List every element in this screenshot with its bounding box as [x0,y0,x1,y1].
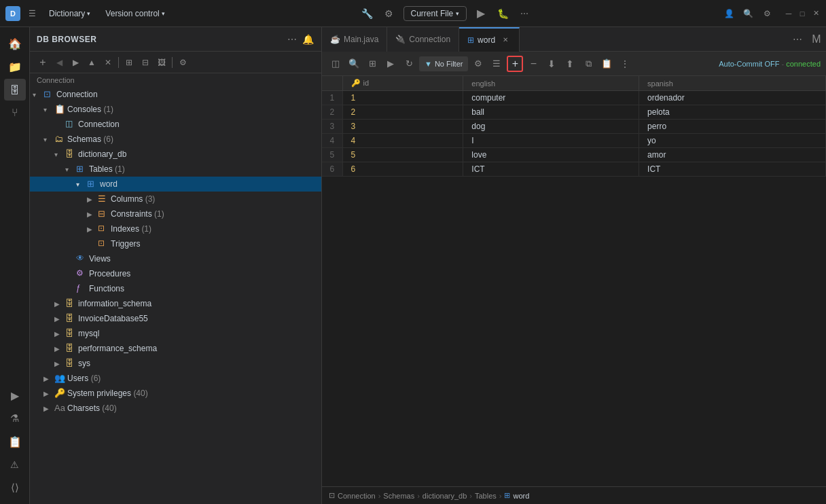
tab-word[interactable]: ⊞ word ✕ [459,27,520,52]
cell-english[interactable]: dog [463,120,639,134]
data-copy-icon[interactable]: ⧉ [580,56,596,72]
filter-dropdown[interactable]: ▼ No Filter [419,56,468,71]
db-schema-icon-btn[interactable]: ⊞ [122,55,137,70]
data-more-icon[interactable]: ⋮ [617,56,633,72]
app-menu-version-control[interactable]: Version control ▾ [100,6,170,21]
cell-spanish[interactable]: perro [639,120,826,134]
breadcrumb-item-connection[interactable]: Connection [338,492,376,500]
tree-item-invoicedatabase55[interactable]: ▶ 🗄 InvoiceDatabase55 [30,311,321,326]
table-row[interactable]: 1 1 computer ordenador [322,91,826,105]
db-collapse-button[interactable]: ✕ [101,55,115,70]
activity-project-icon[interactable]: 🏠 [4,33,26,54]
data-grid-icon[interactable]: ⊞ [364,56,380,72]
tree-item-schemas[interactable]: ▾ 🗂 Schemas (6) [30,132,321,147]
tree-item-connection-root[interactable]: ▾ ⊡ Connection [30,87,321,102]
breadcrumb-item-dictionary-db[interactable]: dictionary_db [423,492,467,500]
tree-item-constraints[interactable]: ▶ ⊟ Constraints (1) [30,206,321,221]
app-menu-dictionary[interactable]: Dictionary ▾ [43,6,96,21]
db-browser-notification-icon[interactable]: 🔔 [301,33,315,46]
table-row[interactable]: 4 4 I yo [322,134,826,148]
db-forward-button[interactable]: ▶ [68,55,83,70]
window-close-button[interactable]: ✕ [811,9,821,18]
cell-english[interactable]: ICT [463,162,639,177]
tree-item-sys[interactable]: ▶ 🗄 sys [30,356,321,371]
cell-spanish[interactable]: ICT [639,162,826,177]
cell-spanish[interactable]: pelota [639,105,826,120]
breadcrumb-item-tables[interactable]: Tables [475,492,497,500]
current-file-button[interactable]: Current File ▾ [403,6,467,21]
tree-item-word[interactable]: ▾ ⊞ word [30,177,321,192]
cell-id[interactable]: 2 [342,105,463,120]
activity-git3-icon[interactable]: ⟨⟩ [4,477,26,499]
activity-run-icon[interactable]: ▶ [4,384,26,406]
cell-english[interactable]: computer [463,91,639,105]
user-icon[interactable]: 👤 [721,6,736,21]
run-config-icon[interactable]: ⚙ [382,6,397,21]
tree-item-functions[interactable]: ƒ Functions [30,281,321,296]
right-panel-icon[interactable]: M [807,33,826,46]
tree-item-users[interactable]: ▶ 👥 Users (6) [30,371,321,386]
tree-item-system-privileges[interactable]: ▶ 🔑 System privileges (40) [30,386,321,401]
db-image-icon-btn[interactable]: 🖼 [154,55,169,70]
cell-id[interactable]: 4 [342,134,463,148]
tree-item-procedures[interactable]: ⚙ Procedures [30,266,321,281]
db-up-button[interactable]: ▲ [84,55,99,70]
data-minus-icon[interactable]: − [525,56,541,72]
data-refresh-icon[interactable]: ↻ [401,56,417,72]
data-upload-icon[interactable]: ⬆ [562,56,578,72]
table-row[interactable]: 3 3 dog perro [322,120,826,134]
tab-close-button[interactable]: ✕ [500,35,511,46]
col-header-id[interactable]: 🔑id [342,76,463,91]
col-header-english[interactable]: english [463,76,639,91]
data-table-container[interactable]: 🔑id english spanish 1 1 computer ordenad… [322,76,826,486]
tabs-more-button[interactable]: ⋯ [788,34,807,45]
table-row[interactable]: 6 6 ICT ICT [322,162,826,177]
cell-id[interactable]: 1 [342,91,463,105]
breadcrumb-item-word[interactable]: word [513,492,529,500]
tab-connection[interactable]: 🔌 Connection [387,27,459,52]
hamburger-icon[interactable]: ☰ [24,6,39,21]
data-play-icon[interactable]: ▶ [382,56,399,72]
debug-icon[interactable]: 🐛 [495,6,510,21]
data-download-icon[interactable]: ⬇ [543,56,560,72]
table-row[interactable]: 5 5 love amor [322,148,826,162]
search-icon[interactable]: 🔍 [740,6,755,21]
cell-id[interactable]: 3 [342,120,463,134]
settings-icon[interactable]: ⚙ [759,6,774,21]
cell-english[interactable]: love [463,148,639,162]
tree-item-charsets[interactable]: ▶ Aa Charsets (40) [30,401,321,416]
tree-item-dictionary-db[interactable]: ▾ 🗄 dictionary_db [30,147,321,162]
tree-item-views[interactable]: 👁 Views [30,251,321,266]
cell-spanish[interactable]: ordenador [639,91,826,105]
window-maximize-button[interactable]: □ [797,9,807,18]
activity-alert-icon[interactable]: ⚠ [4,454,26,475]
data-paste-icon[interactable]: 📋 [598,56,615,72]
activity-extensions-icon[interactable]: 📋 [4,431,26,452]
cell-english[interactable]: ball [463,105,639,120]
db-browser-more-icon[interactable]: ⋯ [285,33,299,46]
activity-db-icon[interactable]: 🗄 [4,79,26,101]
cell-english[interactable]: I [463,134,639,148]
data-col-icon[interactable]: ☰ [488,56,505,72]
cell-id[interactable]: 6 [342,162,463,177]
activity-git-icon[interactable]: ⑂ [4,102,26,124]
window-minimize-button[interactable]: ─ [784,9,793,18]
build-icon[interactable]: 🔧 [360,6,375,21]
data-search-icon[interactable]: 🔍 [346,56,362,72]
db-table-icon-btn[interactable]: ⊟ [138,55,153,70]
filter-settings-icon[interactable]: ⚙ [470,56,486,72]
tree-item-mysql[interactable]: ▶ 🗄 mysql [30,326,321,341]
tree-item-console-connection[interactable]: ◫ Connection [30,117,321,132]
db-settings-icon-btn[interactable]: ⚙ [175,55,190,70]
db-add-button[interactable]: + [35,55,50,70]
cell-spanish[interactable]: amor [639,148,826,162]
db-back-button[interactable]: ◀ [52,55,67,70]
tree-item-information-schema[interactable]: ▶ 🗄 information_schema [30,296,321,311]
breadcrumb-item-schemas[interactable]: Schemas [383,492,414,500]
run-icon[interactable]: ▶ [473,6,488,21]
activity-git2-icon[interactable]: ⚗ [4,408,26,429]
db-tree[interactable]: ▾ ⊡ Connection ▾ 📋 Consoles (1) ◫ Connec… [30,86,321,504]
data-navigate-icon[interactable]: ◫ [327,56,344,72]
table-row[interactable]: 2 2 ball pelota [322,105,826,120]
activity-explorer-icon[interactable]: 📁 [4,56,26,77]
